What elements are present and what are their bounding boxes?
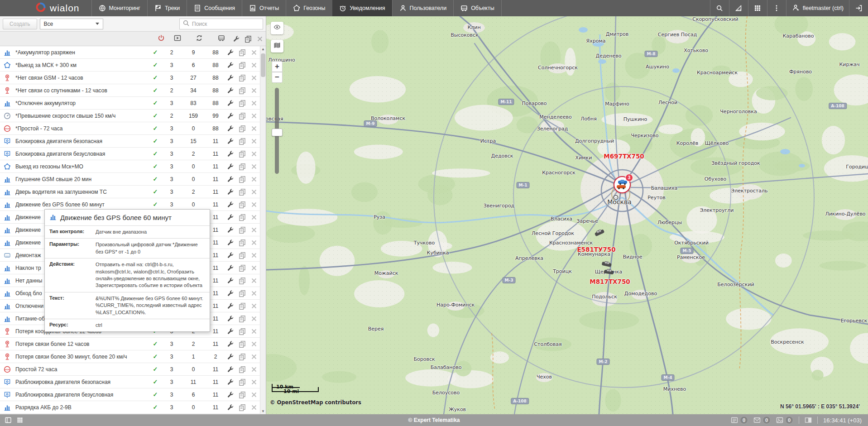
- copy-icon[interactable]: [239, 328, 246, 335]
- logout-button[interactable]: [849, 0, 868, 16]
- notification-row[interactable]: Потеря связи более 12 часов✓3211: [0, 338, 260, 350]
- delete-icon[interactable]: [250, 290, 258, 297]
- tab-Сообщения[interactable]: Сообщения: [187, 0, 242, 16]
- layout-icon[interactable]: [805, 416, 812, 424]
- measure-button[interactable]: [729, 0, 748, 16]
- copy-icon[interactable]: [239, 74, 246, 81]
- notification-row[interactable]: *Нет связи GSM - 12 часов✓32788: [0, 72, 260, 84]
- tab-Отчеты[interactable]: Отчеты: [242, 0, 286, 16]
- delete-icon[interactable]: [250, 340, 258, 348]
- delete-icon[interactable]: [250, 125, 258, 132]
- close-icon[interactable]: [256, 35, 264, 43]
- delete-icon[interactable]: [250, 87, 258, 94]
- edit-icon[interactable]: [227, 125, 234, 132]
- edit-icon[interactable]: [227, 87, 234, 94]
- edit-icon[interactable]: [227, 391, 234, 398]
- delete-icon[interactable]: [250, 378, 258, 386]
- notification-row[interactable]: *Отключен аккумулятор✓38388: [0, 97, 260, 110]
- copy-icon[interactable]: [239, 125, 246, 132]
- delete-icon[interactable]: [250, 366, 258, 373]
- notification-row[interactable]: Глушение GSM свыше 20 мин✓3011: [0, 173, 260, 186]
- unit-name-label[interactable]: М697ТХ750: [604, 153, 644, 160]
- delete-icon[interactable]: [250, 163, 258, 170]
- copy-icon[interactable]: [239, 201, 246, 208]
- edit-icon[interactable]: [227, 214, 234, 221]
- delete-icon[interactable]: [250, 252, 258, 259]
- delete-icon[interactable]: [250, 391, 258, 398]
- copy-icon[interactable]: [239, 366, 246, 373]
- tab-Треки[interactable]: Треки: [147, 0, 187, 16]
- copy-icon[interactable]: [239, 87, 246, 94]
- notification-row[interactable]: *Нет связи со спутниками - 12 часов✓2348…: [0, 84, 260, 97]
- tab-Уведомления[interactable]: Уведомления: [332, 0, 392, 16]
- notification-row[interactable]: *Аккумулятор разряжен✓2988: [0, 46, 260, 59]
- copy-icon[interactable]: [239, 62, 246, 69]
- edit-icon[interactable]: [227, 366, 234, 373]
- edit-icon[interactable]: [227, 328, 234, 335]
- zoom-slider-handle[interactable]: [272, 129, 283, 136]
- delete-icon[interactable]: [250, 62, 258, 69]
- copy-icon[interactable]: [239, 353, 246, 360]
- list-scrollbar[interactable]: ▲ ▼: [260, 46, 266, 414]
- notification-row[interactable]: Разблокировка двигателя безусловная✓3611: [0, 388, 260, 401]
- notification-row[interactable]: *Превышение скорости свыше 150 км/ч✓2159…: [0, 110, 260, 122]
- delete-icon[interactable]: [250, 214, 258, 221]
- notification-row[interactable]: Разрядка АКБ до 2-9В✓3011: [0, 401, 260, 414]
- copy-icon[interactable]: [239, 302, 246, 310]
- copy-icon[interactable]: [245, 35, 252, 43]
- edit-icon[interactable]: [227, 378, 234, 386]
- copy-icon[interactable]: [239, 138, 246, 145]
- edit-icon[interactable]: [227, 163, 234, 170]
- notification-row[interactable]: *Выезд за МСК + 300 км✓3688: [0, 59, 260, 72]
- edit-icon[interactable]: [227, 49, 234, 56]
- create-button[interactable]: Создать: [3, 19, 37, 29]
- delete-icon[interactable]: [250, 138, 258, 145]
- copy-icon[interactable]: [239, 290, 246, 297]
- delete-icon[interactable]: [250, 315, 258, 322]
- unit-name-label[interactable]: М817ТХ750: [590, 278, 630, 285]
- delete-icon[interactable]: [250, 112, 258, 120]
- notification-row[interactable]: Дверь водителя на заглушенном ТС✓3211: [0, 186, 260, 198]
- tab-Объекты[interactable]: Объекты: [453, 0, 502, 16]
- notification-row[interactable]: Блокировка двигателя безусловная✓3211: [0, 148, 260, 160]
- delete-icon[interactable]: [250, 353, 258, 360]
- edit-icon[interactable]: [227, 404, 234, 411]
- delete-icon[interactable]: [250, 188, 258, 196]
- delete-icon[interactable]: [250, 100, 258, 107]
- refresh-icon[interactable]: [196, 34, 203, 42]
- edit-icon[interactable]: [227, 290, 234, 297]
- visibility-button[interactable]: [271, 22, 283, 34]
- unit-marker[interactable]: [603, 268, 615, 277]
- user-menu[interactable]: fleetmaster (ctrl): [786, 0, 849, 16]
- edit-icon[interactable]: [227, 277, 234, 284]
- zoom-in-button[interactable]: +: [272, 61, 283, 72]
- monitor-counter[interactable]: 0: [731, 416, 748, 424]
- delete-icon[interactable]: [250, 74, 258, 81]
- edit-icon[interactable]: [227, 62, 234, 69]
- delete-icon[interactable]: [250, 264, 258, 272]
- wrench-icon[interactable]: [233, 35, 240, 43]
- copy-icon[interactable]: [239, 340, 246, 348]
- delete-icon[interactable]: [250, 49, 258, 56]
- edit-icon[interactable]: [227, 239, 234, 246]
- notification-row[interactable]: Выезд из геозоны Мск+МО✓3011: [0, 160, 260, 173]
- tab-Мониторинг[interactable]: Мониторинг: [91, 0, 147, 16]
- collapse-panel-icon[interactable]: [5, 416, 12, 424]
- map-source-button[interactable]: [271, 40, 283, 53]
- power-icon[interactable]: [158, 34, 165, 42]
- delete-icon[interactable]: [250, 150, 258, 158]
- copy-icon[interactable]: [239, 150, 246, 158]
- edit-icon[interactable]: [227, 74, 234, 81]
- tab-Геозоны[interactable]: Геозоны: [286, 0, 332, 16]
- edit-icon[interactable]: [227, 112, 234, 120]
- delete-icon[interactable]: [250, 404, 258, 411]
- notification-row[interactable]: Блокировка двигателя безопасная✓31511: [0, 135, 260, 148]
- edit-icon[interactable]: [227, 150, 234, 158]
- edit-icon[interactable]: [227, 264, 234, 272]
- unit-name-label[interactable]: Е581ТУ750: [577, 246, 615, 253]
- edit-icon[interactable]: [227, 353, 234, 360]
- copy-icon[interactable]: [239, 252, 246, 259]
- truck-icon[interactable]: [218, 34, 225, 42]
- copy-icon[interactable]: [239, 277, 246, 284]
- copy-icon[interactable]: [239, 214, 246, 221]
